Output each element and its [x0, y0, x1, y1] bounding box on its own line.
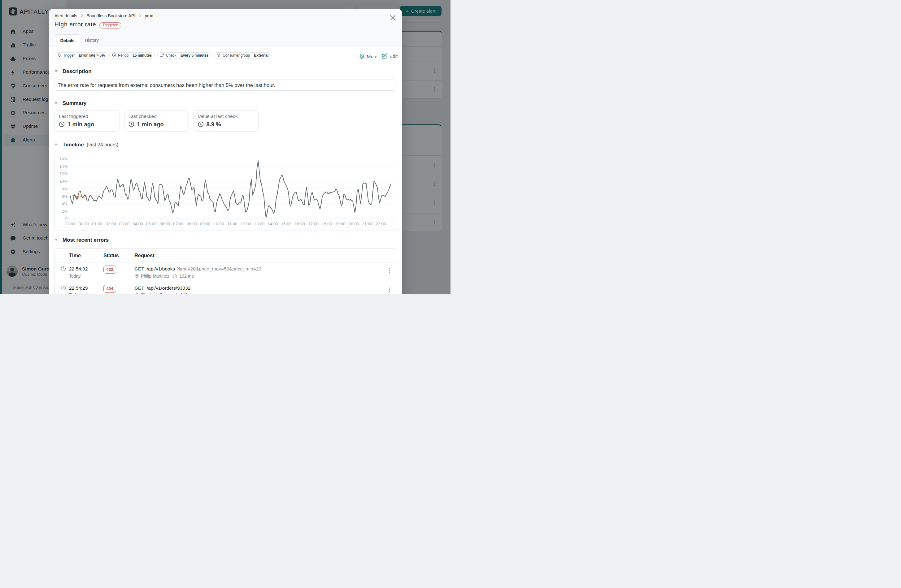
svg-text:17:00: 17:00 [308, 222, 319, 226]
svg-text:19:00: 19:00 [335, 222, 346, 226]
svg-text:12%: 12% [59, 171, 67, 176]
svg-text:00:00: 00:00 [79, 222, 89, 226]
svg-text:16:00: 16:00 [295, 222, 305, 226]
svg-text:10:00: 10:00 [214, 222, 224, 226]
svg-text:04:00: 04:00 [132, 222, 143, 226]
svg-text:6%: 6% [62, 194, 67, 199]
svg-text:14:00: 14:00 [268, 222, 278, 226]
svg-text:0: 0 [65, 216, 67, 221]
svg-text:23:00: 23:00 [65, 222, 76, 226]
svg-text:10%: 10% [59, 179, 67, 184]
svg-text:20:00: 20:00 [349, 222, 359, 226]
svg-text:09:00: 09:00 [200, 222, 210, 226]
svg-text:15:00: 15:00 [281, 222, 292, 226]
svg-text:02:00: 02:00 [106, 222, 116, 226]
svg-text:4%: 4% [62, 201, 67, 206]
svg-text:08:00: 08:00 [187, 222, 197, 226]
svg-text:12:00: 12:00 [240, 222, 251, 226]
svg-text:18:00: 18:00 [322, 222, 332, 226]
svg-text:16%: 16% [59, 157, 67, 161]
svg-text:13:00: 13:00 [254, 222, 265, 226]
svg-text:2%: 2% [62, 209, 67, 213]
svg-text:05:00: 05:00 [146, 222, 157, 226]
svg-text:07:00: 07:00 [173, 222, 184, 226]
svg-text:21:00: 21:00 [362, 222, 373, 226]
svg-text:8%: 8% [62, 187, 67, 191]
svg-text:22:00: 22:00 [376, 222, 386, 226]
svg-text:03:00: 03:00 [119, 222, 130, 226]
svg-text:11:00: 11:00 [227, 222, 237, 226]
svg-text:Threshold: Threshold [72, 194, 90, 199]
svg-text:01:00: 01:00 [92, 222, 103, 226]
svg-text:14%: 14% [59, 164, 67, 169]
svg-text:06:00: 06:00 [159, 222, 170, 226]
